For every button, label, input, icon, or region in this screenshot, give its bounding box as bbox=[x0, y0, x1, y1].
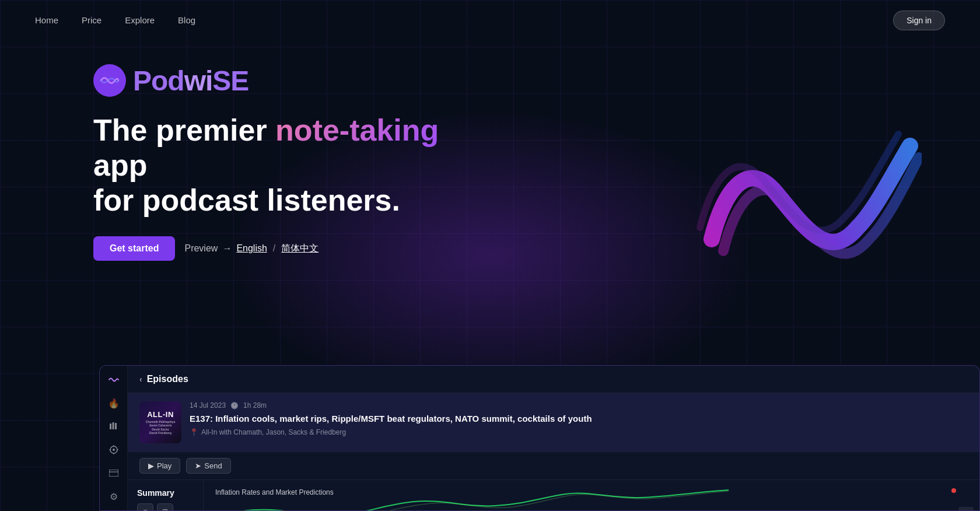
headline-prefix: The premier bbox=[93, 113, 275, 147]
cta-row: Get started Preview → English / 简体中文 bbox=[93, 236, 490, 261]
episode-thumbnail: ALL-IN Chamath PalihapitiyaJason Calacan… bbox=[139, 401, 181, 443]
chart-svg bbox=[204, 481, 729, 510]
nav-links: Home Price Explore Blog bbox=[35, 15, 195, 26]
episode-info: 14 Jul 2023 🕐 1h 28m E137: Inflation coo… bbox=[190, 401, 968, 436]
episode-duration: 1h 28m bbox=[243, 401, 267, 410]
sidebar-icon-discover[interactable] bbox=[106, 444, 122, 456]
hero-headline: The premier note-taking app for podcast … bbox=[93, 113, 490, 218]
sidebar-icon-card[interactable] bbox=[106, 467, 122, 479]
chart-area: Inflation Rates and Market Predictions ⤢ bbox=[204, 480, 979, 510]
episode-meta: 14 Jul 2023 🕐 1h 28m bbox=[190, 401, 968, 410]
navbar: Home Price Explore Blog Sign in bbox=[0, 0, 980, 41]
nav-blog[interactable]: Blog bbox=[178, 15, 195, 25]
logo-wordmark: PodwiSE bbox=[133, 65, 249, 97]
summary-icons: ≡ ⊞ bbox=[137, 503, 194, 510]
headline-highlight: note-taking bbox=[275, 113, 439, 147]
episode-podcast: 📍 All-In with Chamath, Jason, Sacks & Fr… bbox=[190, 428, 968, 436]
sidebar-icon-fire[interactable]: 🔥 bbox=[106, 397, 122, 409]
headline-suffix2: for podcast listeners. bbox=[93, 183, 400, 217]
svg-rect-1 bbox=[112, 422, 114, 429]
episodes-header: ‹ Episodes bbox=[128, 366, 979, 393]
hero-content: PodwiSE The premier note-taking app for … bbox=[93, 64, 490, 261]
bottom-panel: Summary ≡ ⊞ Inflation Rates and Market P… bbox=[128, 480, 979, 510]
episode-thumb-content: ALL-IN Chamath PalihapitiyaJason Calacan… bbox=[139, 401, 181, 443]
svg-rect-5 bbox=[109, 470, 118, 477]
svg-point-4 bbox=[113, 449, 115, 451]
hero-wave-decoration bbox=[677, 76, 922, 298]
clock-icon: 🕐 bbox=[230, 402, 239, 410]
episodes-title: Episodes bbox=[147, 374, 188, 384]
sidebar-icon-settings[interactable]: ⚙ bbox=[106, 491, 122, 502]
lang-chinese-link[interactable]: 简体中文 bbox=[281, 243, 318, 255]
summary-panel: Summary ≡ ⊞ bbox=[128, 480, 204, 510]
app-sidebar: 🔥 ⚙ bbox=[100, 366, 128, 510]
preview-label: Preview bbox=[184, 243, 218, 254]
episode-title: E137: Inflation cools, market rips, Ripp… bbox=[190, 413, 968, 425]
episode-item[interactable]: ALL-IN Chamath PalihapitiyaJason Calacan… bbox=[128, 393, 979, 452]
episode-actions: ▶ Play ➤ Send bbox=[128, 452, 979, 480]
logo: PodwiSE bbox=[93, 64, 490, 97]
lang-separator: / bbox=[273, 243, 275, 254]
send-icon: ➤ bbox=[195, 461, 201, 470]
preview-arrow-icon: → bbox=[222, 243, 232, 254]
play-button[interactable]: ▶ Play bbox=[139, 458, 180, 474]
summary-list-icon[interactable]: ≡ bbox=[137, 503, 153, 510]
chart-dot bbox=[951, 488, 956, 493]
hero-section: PodwiSE The premier note-taking app for … bbox=[0, 41, 980, 261]
nav-price[interactable]: Price bbox=[82, 15, 102, 25]
podcast-name: All-In with Chamath, Jason, Sacks & Frie… bbox=[201, 428, 346, 436]
nav-explore[interactable]: Explore bbox=[125, 15, 155, 25]
nav-home[interactable]: Home bbox=[35, 15, 58, 25]
podcast-thumb-names: Chamath PalihapitiyaJason CalacanisDavid… bbox=[146, 420, 176, 435]
summary-grid-icon[interactable]: ⊞ bbox=[157, 503, 173, 510]
svg-rect-2 bbox=[115, 423, 117, 429]
svg-rect-6 bbox=[109, 471, 118, 473]
send-label: Send bbox=[204, 461, 222, 470]
lang-english-link[interactable]: English bbox=[236, 243, 267, 254]
podcast-thumb-title: ALL-IN bbox=[147, 410, 174, 419]
back-arrow-icon[interactable]: ‹ bbox=[139, 374, 142, 384]
chart-expand-button[interactable]: ⤢ bbox=[958, 507, 974, 510]
summary-label: Summary bbox=[137, 488, 194, 498]
play-label: Play bbox=[157, 461, 172, 470]
app-main: ‹ Episodes ALL-IN Chamath PalihapitiyaJa… bbox=[128, 366, 979, 510]
preview-row: Preview → English / 简体中文 bbox=[184, 243, 318, 255]
send-button[interactable]: ➤ Send bbox=[186, 458, 230, 474]
app-preview: 🔥 ⚙ ‹ Episodes bbox=[99, 365, 980, 511]
sidebar-icon-library[interactable] bbox=[106, 421, 122, 432]
sign-in-button[interactable]: Sign in bbox=[893, 10, 945, 30]
episode-date: 14 Jul 2023 bbox=[190, 401, 226, 410]
get-started-button[interactable]: Get started bbox=[93, 236, 175, 261]
logo-icon bbox=[93, 64, 126, 97]
svg-rect-0 bbox=[110, 424, 111, 429]
sidebar-icon-wave[interactable] bbox=[106, 374, 122, 386]
location-icon: 📍 bbox=[190, 428, 198, 436]
play-icon: ▶ bbox=[148, 461, 154, 470]
headline-suffix1: app bbox=[93, 148, 147, 182]
